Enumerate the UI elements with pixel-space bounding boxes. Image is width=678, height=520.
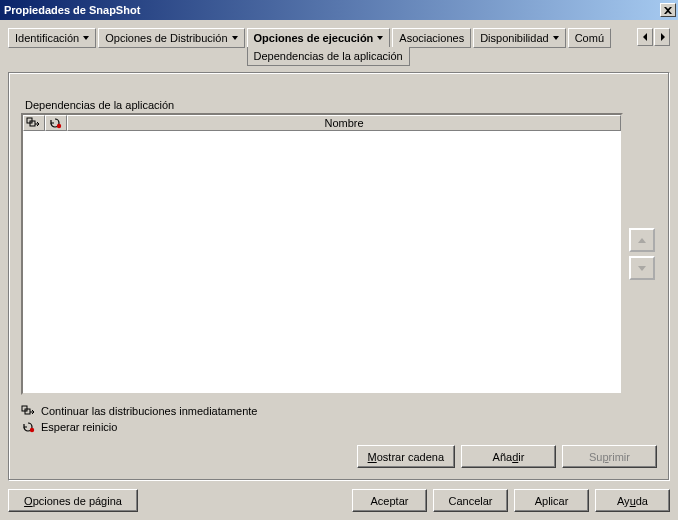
help-button[interactable]: Ayuda: [595, 489, 670, 512]
continue-immediately-icon: [26, 117, 40, 129]
legend: Continuar las distribuciones inmediatame…: [21, 403, 657, 435]
tab-identificacion[interactable]: Identificación: [8, 28, 96, 48]
svg-point-5: [30, 428, 34, 432]
list-header: Nombre: [23, 115, 621, 131]
show-chain-button[interactable]: Mostrar cadena: [357, 445, 455, 468]
arrow-right-icon: [660, 33, 665, 41]
move-down-button[interactable]: [629, 256, 655, 280]
header-icon-col-wait[interactable]: [45, 115, 67, 131]
svg-point-2: [57, 124, 61, 128]
tabs-scroll-left[interactable]: [637, 28, 653, 46]
tab-label: Opciones de Distribución: [105, 32, 227, 44]
wait-reboot-icon: [48, 117, 62, 129]
legend-continue-text: Continuar las distribuciones inmediatame…: [41, 405, 257, 417]
tab-strip: Identificación Opciones de Distribución …: [8, 28, 670, 48]
header-icon-col-continue[interactable]: [23, 115, 45, 131]
subtab-dependencias[interactable]: Dependencias de la aplicación: [247, 47, 410, 66]
chevron-down-icon: [83, 36, 89, 40]
tabs-scroll-right[interactable]: [654, 28, 670, 46]
window-title: Propiedades de SnapShot: [4, 4, 660, 16]
legend-wait-text: Esperar reinicio: [41, 421, 117, 433]
tab-disponibilidad[interactable]: Disponibilidad: [473, 28, 566, 48]
tab-opciones-distribucion[interactable]: Opciones de Distribución: [98, 28, 244, 48]
page-options-button[interactable]: Opciones de página: [8, 489, 138, 512]
wait-reboot-icon: [21, 420, 35, 434]
section-label: Dependencias de la aplicación: [25, 99, 657, 111]
apply-button[interactable]: Aplicar: [514, 489, 589, 512]
add-button[interactable]: Añadir: [461, 445, 556, 468]
tab-label: Opciones de ejecución: [254, 32, 374, 44]
chevron-down-icon: [553, 36, 559, 40]
legend-continue: Continuar las distribuciones inmediatame…: [21, 403, 657, 419]
continue-immediately-icon: [21, 404, 35, 418]
header-name-col[interactable]: Nombre: [67, 115, 621, 131]
group-box: Dependencias de la aplicación: [8, 72, 670, 481]
tab-label: Identificación: [15, 32, 79, 44]
titlebar: Propiedades de SnapShot: [0, 0, 678, 20]
dependencies-list[interactable]: Nombre: [21, 113, 623, 395]
delete-button[interactable]: Suprimir: [562, 445, 657, 468]
ok-button[interactable]: Aceptar: [352, 489, 427, 512]
list-body: [23, 131, 621, 393]
move-up-button[interactable]: [629, 228, 655, 252]
tab-label: Comú: [575, 32, 604, 44]
chevron-down-icon: [377, 36, 383, 40]
cancel-button[interactable]: Cancelar: [433, 489, 508, 512]
arrow-up-icon: [638, 238, 646, 243]
legend-wait: Esperar reinicio: [21, 419, 657, 435]
tab-opciones-ejecucion[interactable]: Opciones de ejecución Dependencias de la…: [247, 28, 391, 47]
arrow-left-icon: [643, 33, 648, 41]
close-button[interactable]: [660, 3, 676, 17]
tab-label: Disponibilidad: [480, 32, 549, 44]
tab-comun-truncated[interactable]: Comú: [568, 28, 611, 48]
close-icon: [664, 7, 672, 14]
arrow-down-icon: [638, 266, 646, 271]
tab-label: Asociaciones: [399, 32, 464, 44]
chevron-down-icon: [232, 36, 238, 40]
tab-asociaciones[interactable]: Asociaciones: [392, 28, 471, 48]
